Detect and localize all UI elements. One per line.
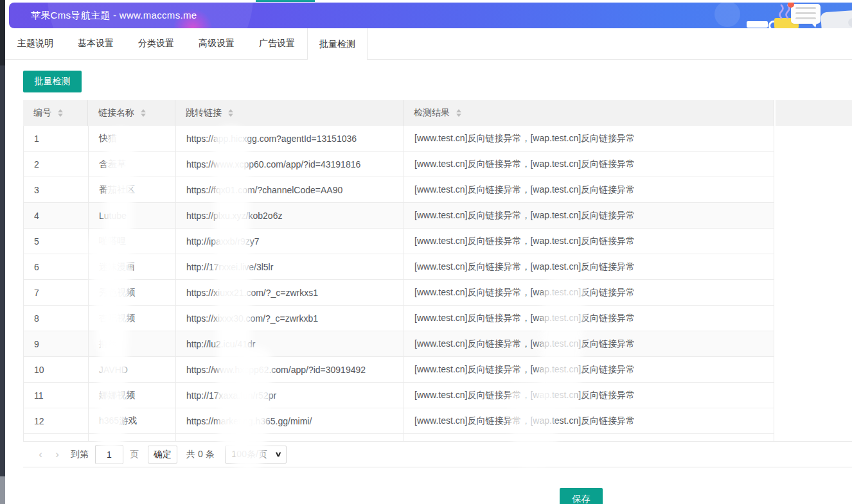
chat-bubble-tail bbox=[812, 23, 817, 28]
cell-redirect-url: https://app.hicxgg.com?agentId=13151036 bbox=[176, 126, 404, 151]
cell-check-result: [www.test.cn]反向链接异常，[wap.test.cn]反向链接异常 bbox=[404, 408, 774, 433]
cell-link-name: 迷妹漫画 bbox=[89, 254, 176, 279]
goto-page-label: 到第 bbox=[71, 449, 89, 460]
cell-check-result: [www.test.cn]反向链接异常，[wap.test.cn]反向链接异常 bbox=[404, 254, 774, 279]
pagination-bar: ‹ › 到第 页 确定 共 0 条 100条/页 ∨ bbox=[23, 441, 852, 467]
chat-bubble-line bbox=[795, 7, 816, 9]
cell-id: 10 bbox=[24, 357, 89, 382]
column-header-name: 链接名称 bbox=[88, 100, 175, 126]
cell-link-name: JAVHD bbox=[89, 357, 176, 382]
book-icon bbox=[747, 21, 768, 28]
chat-bubble-line bbox=[795, 12, 816, 14]
table-row: 11 娜娜视频 http://17xaxa.fun/r52pr [www.tes… bbox=[24, 383, 774, 408]
scrollbar-thumb[interactable] bbox=[0, 476, 5, 504]
next-page-icon[interactable]: › bbox=[49, 448, 66, 461]
column-header-id: 编号 bbox=[23, 100, 88, 126]
loading-progress-bar bbox=[256, 0, 315, 2]
cell-link-name: Lutube bbox=[89, 203, 176, 228]
sort-icon[interactable] bbox=[141, 109, 146, 117]
chevron-down-icon: ∨ bbox=[274, 450, 281, 458]
cell-link-name: 秀色视频 bbox=[89, 280, 176, 305]
cell-check-result: [www.test.cn]反向链接异常，[wap.test.cn]反向链接异常 bbox=[404, 152, 774, 177]
app-header: 苹果Cms导航主题 - www.maccms.me bbox=[9, 3, 852, 28]
page-size-value: 100条/页 bbox=[232, 449, 267, 460]
links-table: 编号 链接名称 跳转链接 检测结果 1 快猫 https://app.hicxg… bbox=[23, 100, 852, 460]
page-title: 苹果Cms导航主题 - www.maccms.me bbox=[31, 3, 197, 28]
column-header-label: 检测结果 bbox=[414, 107, 450, 119]
save-button[interactable]: 保存 bbox=[560, 488, 603, 504]
laptop-logo-circle bbox=[848, 18, 852, 28]
tab-ad-settings[interactable]: 广告设置 bbox=[247, 28, 307, 59]
table-row: 1 快猫 https://app.hicxgg.com?agentId=1315… bbox=[24, 126, 774, 152]
cell-redirect-url: https://marketing.h365.gg/mimi/ bbox=[176, 408, 404, 433]
cell-id: 8 bbox=[24, 306, 89, 331]
cell-link-name: 撸丝 bbox=[89, 331, 176, 356]
page-size-select[interactable]: 100条/页 ∨ bbox=[225, 446, 287, 464]
column-header-url: 跳转链接 bbox=[175, 100, 404, 126]
cell-link-name: 快猫 bbox=[89, 126, 176, 151]
tab-bar: 主题说明 基本设置 分类设置 高级设置 广告设置 批量检测 bbox=[5, 28, 852, 60]
cell-check-result: [www.test.cn]反向链接异常，[wap.test.cn]反向链接异常 bbox=[404, 306, 774, 331]
cell-check-result: [www.test.cn]反向链接异常，[wap.test.cn]反向链接异常 bbox=[404, 331, 774, 356]
column-header-label: 链接名称 bbox=[98, 107, 134, 119]
chat-bubble-line bbox=[795, 17, 816, 19]
sort-icon[interactable] bbox=[58, 109, 63, 117]
table-row: 10 JAVHD https://www.hxcpp62.com/app/?id… bbox=[24, 357, 774, 383]
tab-advanced-settings[interactable]: 高级设置 bbox=[186, 28, 247, 59]
table-row: 12 h365游戏 https://marketing.h365.gg/mimi… bbox=[24, 408, 774, 434]
cell-id: 11 bbox=[24, 383, 89, 408]
tab-batch-check[interactable]: 批量检测 bbox=[307, 28, 368, 60]
cell-check-result: [www.test.cn]反向链接异常，[wap.test.cn]反向链接异常 bbox=[404, 203, 774, 228]
collapsed-sidebar-rail bbox=[0, 0, 5, 504]
page-number-input[interactable] bbox=[95, 445, 123, 464]
table-row: 5 啪嗒哩 http://ipaxxb/r9zy7 [www.test.cn]反… bbox=[24, 229, 774, 254]
sort-icon[interactable] bbox=[228, 109, 233, 117]
cell-link-name: 含羞草 bbox=[89, 152, 176, 177]
sort-icon[interactable] bbox=[456, 109, 461, 117]
collapsed-sidebar-rail-top bbox=[0, 0, 5, 65]
table-row: 2 含羞草 https://www.xcpp60.com/app/?id=431… bbox=[24, 152, 774, 177]
cell-link-name: 啪嗒哩 bbox=[89, 229, 176, 254]
chat-bubble-icon bbox=[791, 4, 821, 24]
cell-check-result: [www.test.cn]反向链接异常，[wap.test.cn]反向链接异常 bbox=[404, 357, 774, 382]
cell-redirect-url: https://www.hxcpp62.com/app/?id=30919492 bbox=[176, 357, 404, 382]
cell-redirect-url: https://xixxx30.com/?_c=zwrkxb1 bbox=[176, 306, 404, 331]
cell-id: 12 bbox=[24, 408, 89, 433]
table-row: 7 秀色视频 https://xiuxx21.com/?_c=zwrkxs1 [… bbox=[24, 280, 774, 306]
cell-id: 3 bbox=[24, 177, 89, 202]
cell-redirect-url: http://17xaxa.fun/r52pr bbox=[176, 383, 404, 408]
confirm-page-button[interactable]: 确定 bbox=[148, 446, 177, 464]
cell-id: 2 bbox=[24, 152, 89, 177]
total-count-label: 共 0 条 bbox=[186, 449, 215, 460]
column-header-label: 编号 bbox=[33, 107, 51, 119]
table-body: 1 快猫 https://app.hicxgg.com?agentId=1315… bbox=[23, 126, 774, 460]
cell-check-result: [www.test.cn]反向链接异常，[wap.test.cn]反向链接异常 bbox=[404, 280, 774, 305]
cell-redirect-url: https://fqx01.com/?channelCode=AA90 bbox=[176, 177, 404, 202]
tab-category-settings[interactable]: 分类设置 bbox=[126, 28, 186, 59]
cell-id: 6 bbox=[24, 254, 89, 279]
column-header-filler bbox=[774, 100, 852, 126]
cell-link-name: 娜娜视频 bbox=[89, 383, 176, 408]
table-row: 3 番茄社区 https://fqx01.com/?channelCode=AA… bbox=[24, 177, 774, 203]
tab-theme-info[interactable]: 主题说明 bbox=[5, 28, 66, 59]
batch-check-button[interactable]: 批量检测 bbox=[23, 71, 82, 92]
cell-id: 1 bbox=[24, 126, 89, 151]
cell-check-result: [www.test.cn]反向链接异常，[wap.test.cn]反向链接异常 bbox=[404, 229, 774, 254]
prev-page-icon[interactable]: ‹ bbox=[32, 448, 49, 461]
cell-check-result: [www.test.cn]反向链接异常，[wap.test.cn]反向链接异常 bbox=[404, 177, 774, 202]
cell-redirect-url: http://ipaxxb/r9zy7 bbox=[176, 229, 404, 254]
table-row: 4 Lutube https://plxu.xyz/kob2o6z [www.t… bbox=[24, 203, 774, 229]
column-header-result: 检测结果 bbox=[404, 100, 774, 126]
cell-link-name: 杏吧视频 bbox=[89, 306, 176, 331]
cell-redirect-url: https://xiuxx21.com/?_c=zwrkxs1 bbox=[176, 280, 404, 305]
cell-id: 9 bbox=[24, 331, 89, 356]
tab-basic-settings[interactable]: 基本设置 bbox=[66, 28, 126, 59]
banner-circle-decoration-right bbox=[714, 3, 740, 27]
table-header-row: 编号 链接名称 跳转链接 检测结果 bbox=[23, 100, 852, 126]
table-row: 9 撸丝 http://lu2.icu/41dr [www.test.cn]反向… bbox=[24, 331, 774, 357]
cell-id: 5 bbox=[24, 229, 89, 254]
table-row: 6 迷妹漫画 http://17rxxei.live/3l5lr [www.te… bbox=[24, 254, 774, 280]
cell-check-result: [www.test.cn]反向链接异常，[wap.test.cn]反向链接异常 bbox=[404, 383, 774, 408]
cell-check-result: [www.test.cn]反向链接异常，[wap.test.cn]反向链接异常 bbox=[404, 126, 774, 151]
cell-id: 7 bbox=[24, 280, 89, 305]
